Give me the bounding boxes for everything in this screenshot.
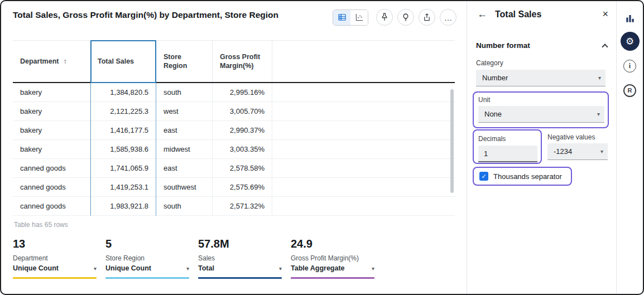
column-header-total-sales[interactable]: Total Sales [90, 41, 156, 82]
table-scrollbar[interactable] [450, 89, 454, 193]
cell-store-region[interactable]: west [156, 102, 213, 120]
unit-highlight-box: Unit None ▾ [473, 91, 609, 128]
cell-store-region[interactable]: east [156, 159, 213, 177]
summary-label: Gross Profit Margin(%) [291, 254, 374, 262]
chart-icon [354, 12, 364, 22]
chart-view-button[interactable] [350, 10, 368, 25]
cell-store-region[interactable]: east [156, 121, 213, 139]
cell-gross-profit-margin[interactable]: 3,005.70% [213, 102, 272, 120]
data-table: Department ↑ Total Sales Store Region Gr… [13, 40, 455, 216]
suggestions-button[interactable] [397, 9, 414, 26]
cell-filler [272, 197, 455, 215]
unit-select[interactable]: None ▾ [478, 106, 604, 123]
table-row[interactable]: canned goods 1,419,253.1 southwest 2,575… [13, 178, 455, 197]
thousands-separator-checkbox[interactable]: ✓ [479, 172, 488, 181]
summary-value: 57.8M [198, 238, 282, 250]
format-settings-button[interactable]: ⚙ [621, 32, 640, 51]
cell-department[interactable]: canned goods [13, 178, 90, 196]
negative-values-select[interactable]: -1234 ▾ [547, 143, 608, 160]
cell-total-sales[interactable]: 1,741,065.9 [90, 159, 156, 177]
cell-gross-profit-margin[interactable]: 2,575.69% [213, 178, 272, 196]
category-value: Number [482, 74, 508, 82]
cell-total-sales[interactable]: 1,585,938.6 [90, 140, 156, 158]
sort-asc-icon[interactable]: ↑ [63, 57, 67, 66]
cell-department[interactable]: canned goods [13, 197, 90, 215]
cell-gross-profit-margin[interactable]: 2,578.58% [213, 159, 272, 177]
table-view-button[interactable] [333, 10, 350, 25]
aggregate-dropdown[interactable]: Unique Count ▾ [13, 264, 97, 272]
ellipsis-icon: … [444, 13, 453, 22]
collapse-chevron-icon [602, 43, 608, 50]
cell-department[interactable]: canned goods [13, 159, 90, 177]
column-header-label: Department [20, 57, 59, 66]
column-header-gross-profit-margin[interactable]: Gross Profit Margin(%) [213, 41, 272, 82]
cell-filler [272, 83, 455, 101]
main-toolbar: … [333, 9, 456, 26]
summary-value: 5 [105, 238, 189, 250]
cell-gross-profit-margin[interactable]: 2,995.16% [213, 83, 272, 101]
summary-underline [105, 277, 189, 279]
view-toggle [333, 9, 368, 26]
cell-department[interactable]: bakery [13, 102, 90, 120]
category-label: Category [476, 59, 503, 67]
summary-card-department: 13 Department Unique Count ▾ [13, 238, 97, 279]
cell-store-region[interactable]: south [156, 83, 213, 101]
cell-filler [272, 159, 455, 177]
cell-total-sales[interactable]: 1,419,253.1 [90, 178, 156, 196]
aggregate-dropdown[interactable]: Total ▾ [198, 264, 282, 272]
table-row[interactable]: bakery 1,416,177.5 east 2,990.37% [13, 121, 455, 140]
lightbulb-icon [401, 12, 411, 22]
brand-logo-button[interactable]: R [623, 83, 637, 98]
aggregate-dropdown[interactable]: Unique Count ▾ [105, 264, 189, 272]
table-row[interactable]: canned goods 1,983,921.8 south 2,571.32% [13, 197, 455, 216]
panel-title: Total Sales [495, 9, 602, 20]
panel-header: ← Total Sales × [477, 8, 608, 20]
caret-down-icon: ▾ [279, 265, 282, 272]
aggregate-dropdown[interactable]: Table Aggregate ▾ [291, 264, 374, 272]
back-arrow-icon: ← [477, 8, 487, 20]
cell-gross-profit-margin[interactable]: 3,003.35% [213, 140, 272, 158]
summary-label: Department [13, 254, 97, 262]
cell-filler [272, 178, 455, 196]
column-header-store-region[interactable]: Store Region [156, 41, 213, 82]
cell-department[interactable]: bakery [13, 83, 90, 101]
more-options-button[interactable]: … [440, 9, 456, 26]
table-row[interactable]: canned goods 1,741,065.9 east 2,578.58% [13, 159, 455, 178]
column-header-department[interactable]: Department ↑ [13, 41, 90, 82]
bar-chart-icon [625, 13, 635, 23]
table-row[interactable]: bakery 1,384,820.5 south 2,995.16% [13, 83, 455, 102]
cell-filler [272, 102, 455, 120]
cell-gross-profit-margin[interactable]: 2,990.37% [213, 121, 272, 139]
decimals-input[interactable] [478, 146, 537, 162]
thousands-separator-label: Thousands separator [493, 172, 562, 181]
cell-total-sales[interactable]: 2,121,225.3 [90, 102, 156, 120]
caret-down-icon: ▾ [186, 265, 189, 272]
pin-button[interactable] [376, 9, 393, 26]
summary-label: Store Region [105, 254, 189, 262]
cell-department[interactable]: bakery [13, 121, 90, 139]
cell-department[interactable]: bakery [13, 140, 90, 158]
cell-filler [272, 121, 455, 139]
close-panel-button[interactable]: × [602, 8, 608, 20]
number-format-section-header[interactable]: Number format [476, 41, 607, 50]
format-panel: ← Total Sales × Number format Category N… [467, 1, 616, 294]
table-icon [337, 12, 347, 22]
info-button[interactable]: i [623, 59, 637, 73]
caret-down-icon: ▾ [600, 148, 603, 154]
table-row[interactable]: bakery 2,121,225.3 west 3,005.70% [13, 102, 455, 121]
back-button[interactable]: ← [477, 8, 489, 20]
cell-gross-profit-margin[interactable]: 2,571.32% [213, 197, 272, 215]
cell-total-sales[interactable]: 1,384,820.5 [90, 83, 156, 101]
cell-store-region[interactable]: south [156, 197, 213, 215]
summary-underline [291, 277, 374, 279]
element-type-button[interactable] [623, 11, 637, 26]
aggregate-label: Unique Count [105, 264, 151, 272]
category-select[interactable]: Number ▾ [476, 70, 605, 86]
summary-card-store-region: 5 Store Region Unique Count ▾ [105, 238, 189, 279]
cell-store-region[interactable]: midwest [156, 140, 213, 158]
cell-total-sales[interactable]: 1,416,177.5 [90, 121, 156, 139]
table-row[interactable]: bakery 1,585,938.6 midwest 3,003.35% [13, 140, 455, 159]
share-button[interactable] [419, 9, 435, 26]
cell-store-region[interactable]: southwest [156, 178, 213, 196]
cell-total-sales[interactable]: 1,983,921.8 [90, 197, 156, 215]
